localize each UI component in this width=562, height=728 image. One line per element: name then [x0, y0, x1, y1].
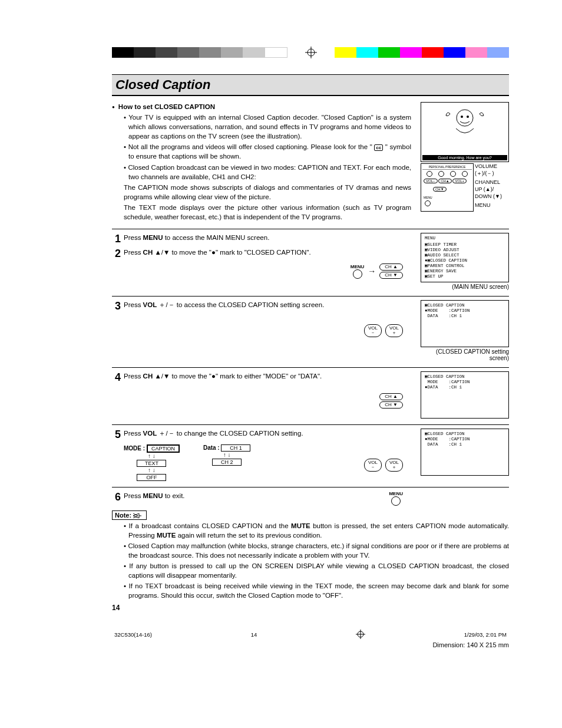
step-6-number: 6 [112, 491, 124, 503]
svg-point-4 [461, 116, 463, 118]
vol-plus-button: VOL ＋ [385, 324, 403, 337]
step-3-text: Press VOL ＋/－ to access the CLOSED CAPTI… [124, 300, 421, 312]
mode-data-diagram: MODE : CAPTION ↑ ↓ TEXT ↑ ↓ OFF Data : C… [124, 444, 250, 481]
page-number: 14 [112, 604, 509, 612]
registration-mark-icon [356, 630, 365, 639]
note-label: Note: [112, 510, 147, 520]
footer-timestamp: 1/29/03, 2:01 PM [464, 631, 507, 638]
notes-list: If a broadcast contains CLOSED CAPTION a… [112, 522, 509, 600]
section-title-bar: Closed Caption [112, 74, 509, 96]
step-1-number: 1 [112, 233, 124, 245]
ch-up-button: CH ▲ [379, 263, 403, 271]
step-2-text: Press CH ▲/▼ to move the "●" mark to "CL… [124, 248, 421, 260]
main-menu-screen: MENU ▣SLEEP TIMER ▣VIDEO ADJUST ▣AUDIO S… [421, 233, 509, 282]
vol-plus-button-5: VOL ＋ [385, 459, 403, 472]
intro-heading: How to set CLOSED CAPTION [112, 102, 411, 111]
remote-illustration: PERSONAL PREFERENCE VOL− CH▲ VOL+ CH▼ [421, 163, 474, 212]
intro-bullet-3: Closed Caption broadcast can be viewed i… [117, 163, 411, 182]
menu-button-icon [353, 269, 362, 279]
footer-page: 14 [251, 631, 257, 638]
step-6-text: Press MENU to exit. [124, 491, 389, 500]
ch-up-button-4: CH ▲ [379, 393, 403, 400]
intro-bullet-2: Not all the programs and videos will off… [117, 142, 411, 161]
step-5-number: 5 [112, 429, 124, 441]
footer-file: 32C530(14-16) [114, 631, 152, 638]
main-menu-label: (MAIN MENU screen) [421, 284, 509, 290]
step-4-buttons: CH ▲ CH ▼ [112, 393, 421, 409]
cc-setting-screen-3: ▣CLOSED CAPTION ●MODE :CAPTION DATA :CH … [421, 429, 509, 476]
illustration-caption: Good morning. How are you? [422, 155, 507, 160]
cc-symbol-icon: cc [374, 144, 383, 151]
section-title: Closed Caption [115, 77, 505, 93]
ch-down-button: CH ▼ [379, 272, 403, 279]
tv-illustration: Good morning. How are you? [421, 102, 509, 162]
step-4-number: 4 [112, 371, 124, 384]
intro-bullet-1: Your TV is equipped with an internal Clo… [117, 113, 411, 141]
print-color-bars [112, 47, 509, 58]
footer-dimension: Dimension: 140 X 215 mm [112, 641, 509, 648]
cc-setting-screen: ▣CLOSED CAPTION ●MODE :CAPTION DATA :CH … [421, 300, 509, 347]
menu-button-icon-6 [391, 496, 401, 506]
vol-minus-button-5: VOL － [364, 459, 382, 472]
svg-point-3 [457, 110, 473, 126]
cc-setting-label: (CLOSED CAPTION setting screen) [421, 348, 509, 361]
step-3-number: 3 [112, 300, 124, 312]
cc-setting-screen-2: ▣CLOSED CAPTION MODE :CAPTION ●DATA :CH … [421, 371, 509, 419]
step-5-text: Press VOL ＋/－ to change the CLOSED CAPTI… [124, 429, 421, 441]
step-2-buttons: MENU → CH ▲ CH ▼ [112, 263, 421, 279]
step-2-number: 2 [112, 248, 124, 260]
step-3-buttons: VOL － VOL ＋ [112, 324, 421, 337]
intro-para-1: The CAPTION mode shows subscripts of dia… [112, 183, 411, 202]
intro-para-2: The TEXT mode displays over the picture … [112, 203, 411, 222]
step-1-text: Press MENU to access the MAIN MENU scree… [124, 233, 421, 245]
step-5-buttons: VOL － VOL ＋ [364, 459, 421, 472]
vol-minus-button: VOL － [364, 324, 382, 337]
remote-labels: VOLUME (＋)/(－) CHANNEL UP (▲)/ DOWN (▼) … [475, 163, 509, 212]
footer: 32C530(14-16) 14 1/29/03, 2:01 PM [112, 630, 509, 639]
ch-down-button-4: CH ▼ [379, 401, 403, 409]
svg-point-5 [467, 116, 469, 118]
step-4-text: Press CH ▲/▼ to move the "●" mark to eit… [124, 371, 421, 384]
